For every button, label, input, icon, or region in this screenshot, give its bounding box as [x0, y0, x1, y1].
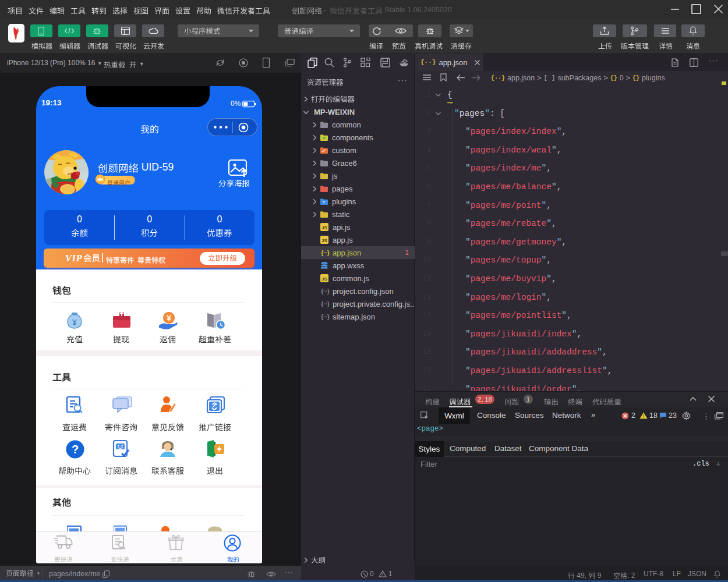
svg-text:JS: JS — [321, 238, 327, 243]
svg-text:?: ? — [72, 443, 79, 456]
svg-text:{··}: {··} — [321, 288, 330, 294]
svg-text:JS: JS — [321, 225, 327, 230]
svg-text:{··}: {··} — [321, 314, 330, 320]
svg-text:{··}: {··} — [321, 301, 330, 307]
svg-text:JS: JS — [321, 276, 327, 282]
svg-text:{··}: {··} — [321, 250, 330, 256]
